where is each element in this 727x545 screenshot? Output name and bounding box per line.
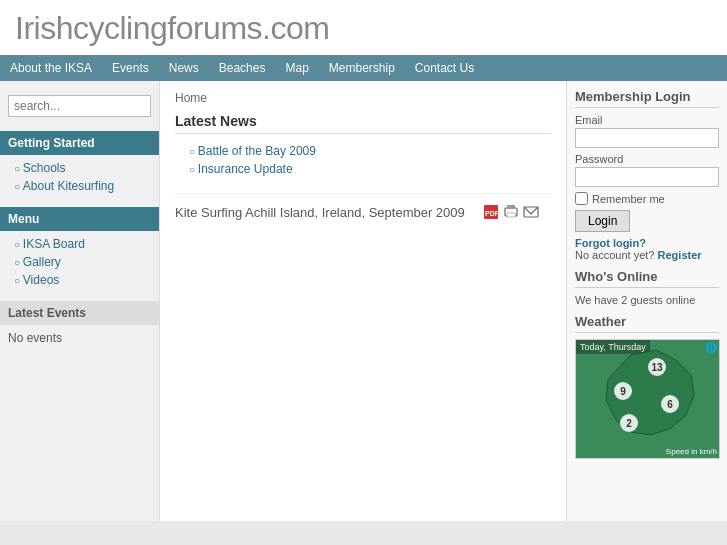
nav-item-map[interactable]: Map — [275, 55, 318, 81]
kite-title-text: Kite Surfing Achill Island, Ireland, Sep… — [175, 205, 465, 220]
nav-item-contact[interactable]: Contact Us — [405, 55, 484, 81]
breadcrumb: Home — [175, 91, 551, 105]
weather-number-13: 13 — [648, 358, 666, 376]
print-icon[interactable] — [503, 204, 519, 220]
email-label: Email — [575, 114, 719, 126]
kite-section: Kite Surfing Achill Island, Ireland, Sep… — [175, 193, 551, 220]
main-content: Home Latest News Battle of the Bay 2009 … — [160, 81, 567, 521]
svg-rect-3 — [507, 205, 515, 209]
sidebar-item-gallery[interactable]: Gallery — [0, 253, 159, 271]
nav-item-news[interactable]: News — [159, 55, 209, 81]
nav-item-beaches[interactable]: Beaches — [209, 55, 276, 81]
main-nav: About the IKSA Events News Beaches Map M… — [0, 55, 727, 81]
weather-title: Weather — [575, 314, 719, 333]
weather-number-9: 9 — [614, 382, 632, 400]
pdf-icon[interactable]: PDF — [483, 204, 499, 220]
whos-online-title: Who's Online — [575, 269, 719, 288]
search-input[interactable] — [8, 95, 151, 117]
nav-item-events[interactable]: Events — [102, 55, 159, 81]
password-field[interactable] — [575, 167, 719, 187]
email-field[interactable] — [575, 128, 719, 148]
forgot-login-link[interactable]: Forgot login? — [575, 237, 719, 249]
news-link-battle[interactable]: Battle of the Bay 2009 — [175, 142, 551, 160]
nav-item-membership[interactable]: Membership — [319, 55, 405, 81]
svg-rect-4 — [507, 213, 515, 217]
membership-login-title: Membership Login — [575, 89, 719, 108]
getting-started-section-title: Getting Started — [0, 131, 159, 155]
menu-section-title: Menu — [0, 207, 159, 231]
remember-me-checkbox[interactable] — [575, 192, 588, 205]
sidebar-item-iksa-board[interactable]: IKSA Board — [0, 235, 159, 253]
no-account-text: No account yet? Register — [575, 249, 719, 261]
header: Irishcyclingforums.com — [0, 0, 727, 55]
latest-news-title: Latest News — [175, 113, 551, 134]
ireland-map-svg — [576, 340, 720, 459]
sidebar-item-videos[interactable]: Videos — [0, 271, 159, 289]
sidebar-item-about-kitesurfing[interactable]: About Kitesurfing — [0, 177, 159, 195]
site-title: Irishcyclingforums.com — [15, 10, 712, 47]
weather-number-6: 6 — [661, 395, 679, 413]
password-label: Password — [575, 153, 719, 165]
sidebar-search-area — [0, 89, 159, 123]
svg-text:PDF: PDF — [485, 210, 499, 217]
nav-item-about[interactable]: About the IKSA — [0, 55, 102, 81]
no-events-text: No events — [0, 325, 159, 351]
kite-icons: PDF — [483, 204, 539, 220]
remember-me-label: Remember me — [592, 193, 665, 205]
latest-events-section-title: Latest Events — [0, 301, 159, 325]
sidebar: Getting Started Schools About Kitesurfin… — [0, 81, 160, 521]
register-link[interactable]: Register — [658, 249, 702, 261]
news-links: Battle of the Bay 2009 Insurance Update — [175, 142, 551, 178]
right-sidebar: Membership Login Email Password Remember… — [567, 81, 727, 521]
weather-map: Today, Thursday 🌐 13 9 6 2 Speed in km/h — [575, 339, 720, 459]
news-link-insurance[interactable]: Insurance Update — [175, 160, 551, 178]
menu-links: IKSA Board Gallery Videos — [0, 231, 159, 293]
getting-started-links: Schools About Kitesurfing — [0, 155, 159, 199]
sidebar-item-schools[interactable]: Schools — [0, 159, 159, 177]
remember-me-row: Remember me — [575, 192, 719, 205]
email-icon[interactable] — [523, 204, 539, 220]
whos-online-text: We have 2 guests online — [575, 294, 719, 306]
weather-speed-label: Speed in km/h — [666, 447, 717, 456]
kite-title: Kite Surfing Achill Island, Ireland, Sep… — [175, 204, 551, 220]
layout: Getting Started Schools About Kitesurfin… — [0, 81, 727, 521]
login-button[interactable]: Login — [575, 210, 630, 232]
weather-number-2: 2 — [620, 414, 638, 432]
